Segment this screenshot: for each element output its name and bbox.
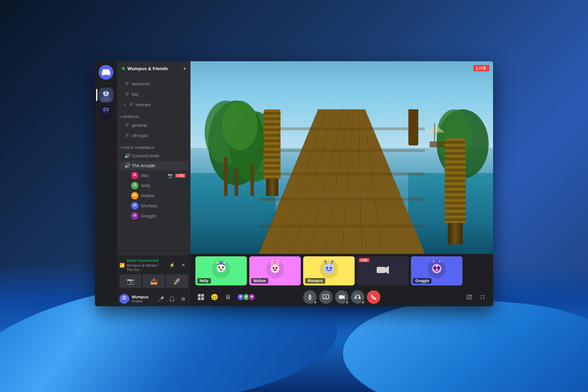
microphone-button[interactable]: ▾ xyxy=(303,290,317,304)
channel-faq[interactable]: # faq xyxy=(119,89,188,99)
voice-member-mac[interactable]: Mac 📷 LIVE xyxy=(119,171,188,180)
category-label: VOICE CHANNELS xyxy=(123,146,155,149)
camera-icon: 📷 xyxy=(168,173,173,178)
voice-channel-the-arcade[interactable]: 🔊 The Arcade xyxy=(119,161,188,170)
voice-controls-row: 📷 📤 🚀 xyxy=(119,274,188,288)
svg-point-68 xyxy=(218,266,220,268)
viewer-avatars xyxy=(237,293,255,301)
participant-tile-mallow[interactable]: Mallow xyxy=(249,256,301,285)
svg-point-11 xyxy=(134,174,134,175)
participant-tile-mac[interactable]: LIVE xyxy=(357,256,409,285)
screen-share-center-button[interactable] xyxy=(319,290,333,304)
participant-tile-nelly[interactable]: Nelly xyxy=(195,256,247,285)
emoji-reaction-button[interactable]: 😊 xyxy=(209,292,220,303)
speaker-icon: 🔊 xyxy=(124,153,130,159)
svg-point-71 xyxy=(220,262,223,265)
channel-name: general xyxy=(132,123,147,128)
channel-general[interactable]: # general xyxy=(119,120,188,130)
deafen-dropdown-arrow[interactable]: ▾ xyxy=(361,300,365,304)
svg-point-8 xyxy=(107,110,108,111)
mic-dropdown-arrow[interactable]: ▾ xyxy=(313,300,317,304)
svg-rect-55 xyxy=(258,198,425,201)
grid-view-button[interactable] xyxy=(195,292,206,303)
svg-rect-89 xyxy=(377,267,385,273)
svg-rect-115 xyxy=(339,295,343,299)
server-list xyxy=(95,61,117,306)
camera-dropdown-arrow[interactable]: ▾ xyxy=(345,300,349,304)
voice-member-wumpus[interactable]: Wumpus xyxy=(119,201,188,211)
gift-button[interactable]: 🖥 xyxy=(222,292,233,303)
speaker-icon: 🔊 xyxy=(124,163,130,168)
reaction-icons: 😊 🖥 xyxy=(195,292,233,303)
participants-bar: Nelly xyxy=(190,254,493,288)
dock-post-left xyxy=(266,109,278,196)
signal-detail-button[interactable]: ⚡ xyxy=(167,260,177,270)
participant-name-wumpus: Wumpus xyxy=(305,278,325,284)
game-scene xyxy=(190,61,493,254)
fullscreen-button[interactable] xyxy=(477,292,488,303)
member-name-wumpus: Wumpus xyxy=(141,203,186,208)
channel-off-topic[interactable]: # off-topic xyxy=(119,130,188,141)
member-avatar-wumpus xyxy=(131,202,138,209)
svg-rect-102 xyxy=(201,294,204,297)
voice-member-nelly[interactable]: Nelly xyxy=(119,181,188,190)
disconnect-voice-button[interactable]: ✕ xyxy=(178,260,188,270)
svg-marker-90 xyxy=(385,266,389,274)
user-info: Wumpus Online xyxy=(132,295,154,303)
dock-post-right xyxy=(448,138,463,244)
settings-button[interactable]: ⚙ xyxy=(178,294,188,304)
participant-tile-wumpus[interactable]: Wumpus xyxy=(303,256,355,285)
main-content: LIVE xyxy=(190,61,493,306)
voice-member-graggle[interactable]: Graggle xyxy=(119,211,188,221)
stream-view[interactable]: LIVE xyxy=(190,61,493,254)
svg-point-16 xyxy=(135,184,136,185)
user-status-text: Online xyxy=(132,299,154,303)
server-header[interactable]: Wumpus & friends ▾ xyxy=(117,61,190,76)
svg-point-86 xyxy=(332,260,334,262)
participant-avatar-nelly xyxy=(212,260,230,278)
member-avatar-graggle xyxy=(131,212,138,220)
svg-rect-111 xyxy=(309,295,311,298)
member-name-nelly: Nelly xyxy=(141,183,186,188)
voice-member-mallow[interactable]: Mallow xyxy=(119,191,188,201)
pop-out-button[interactable] xyxy=(464,292,475,303)
channel-welcome[interactable]: # welcome xyxy=(119,79,188,89)
screen-share-button[interactable]: 📤 xyxy=(143,274,165,288)
svg-rect-104 xyxy=(201,297,204,300)
server-icon-wumpus-friends[interactable] xyxy=(99,88,113,102)
svg-point-23 xyxy=(134,205,135,205)
channel-memes[interactable]: ▸ # memes xyxy=(119,100,188,110)
participant-tile-graggle[interactable]: Graggle xyxy=(411,256,462,285)
participant-live-badge-mac: LIVE xyxy=(359,258,369,262)
deafen-button[interactable]: 🎧 xyxy=(167,294,177,304)
server-icon-2[interactable] xyxy=(99,105,113,119)
svg-point-24 xyxy=(135,205,136,205)
channel-name: memes xyxy=(136,102,151,107)
deafen-center-button[interactable]: ▾ xyxy=(351,290,364,304)
category-arrow-icon: ▾ xyxy=(119,115,121,119)
voice-channel-canonevents[interactable]: 🔊 CanonEvents xyxy=(119,151,188,160)
hash-icon: # xyxy=(124,91,130,97)
go-live-center-button[interactable]: ▾ xyxy=(335,290,349,304)
stream-live-badge: LIVE xyxy=(473,65,489,71)
svg-rect-63 xyxy=(430,141,445,147)
svg-marker-116 xyxy=(343,295,345,299)
controls-left: 😊 🖥 xyxy=(195,292,255,303)
end-call-button[interactable] xyxy=(367,290,380,304)
discord-home-button[interactable] xyxy=(99,65,113,80)
voice-channel-name: The Arcade xyxy=(132,163,155,168)
category-voice-channels[interactable]: ▾ VOICE CHANNELS xyxy=(117,141,190,151)
participant-name-nelly: Nelly xyxy=(197,278,211,284)
svg-point-88 xyxy=(330,267,332,269)
svg-point-77 xyxy=(277,260,278,266)
category-arrow-icon: ▾ xyxy=(119,146,121,149)
svg-point-75 xyxy=(272,260,273,266)
category-general[interactable]: ▾ GENERAL xyxy=(117,110,190,120)
video-toggle-button[interactable]: 📷 xyxy=(119,274,141,288)
svg-point-20 xyxy=(135,194,136,195)
user-status-dot xyxy=(127,301,129,304)
mute-button[interactable]: 🎤 xyxy=(156,294,166,304)
svg-point-15 xyxy=(134,184,135,185)
svg-rect-59 xyxy=(408,109,418,145)
go-live-button[interactable]: 🚀 xyxy=(166,274,188,288)
